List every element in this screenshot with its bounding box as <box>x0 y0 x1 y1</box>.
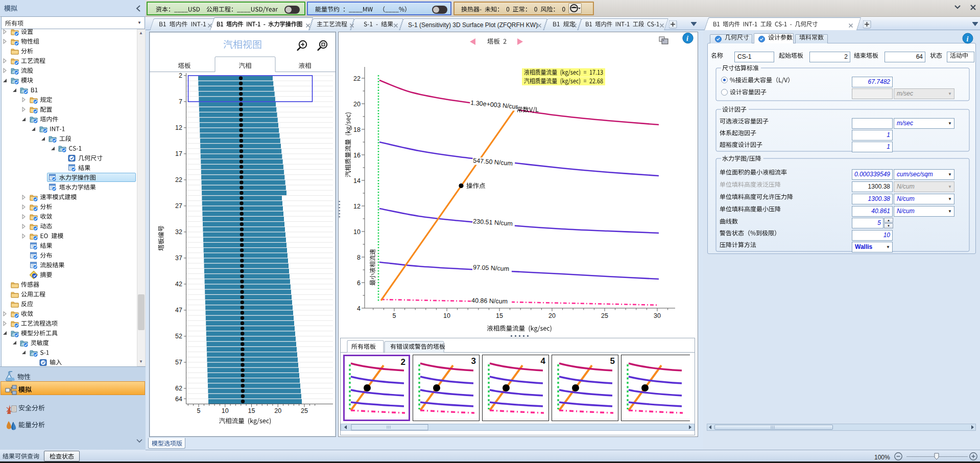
svg-text:40.86 N/cum: 40.86 N/cum <box>471 297 508 305</box>
svg-text:i: i <box>686 35 688 42</box>
svg-text:10: 10 <box>222 407 229 414</box>
svg-text:i: i <box>967 35 969 43</box>
svg-text:5: 5 <box>197 407 201 414</box>
svg-text:30: 30 <box>654 312 661 319</box>
svg-text:20: 20 <box>353 101 361 108</box>
svg-text:12: 12 <box>175 124 182 131</box>
svg-text:14: 14 <box>353 177 361 184</box>
svg-text:4: 4 <box>357 305 361 312</box>
svg-text:2: 2 <box>179 72 182 79</box>
svg-text:230.51 N/cum: 230.51 N/cum <box>473 218 513 227</box>
svg-text:47: 47 <box>175 307 182 314</box>
svg-text:10: 10 <box>443 312 450 319</box>
svg-text:25: 25 <box>601 312 608 319</box>
svg-text:18: 18 <box>353 126 361 133</box>
svg-text:20: 20 <box>548 312 556 319</box>
svg-text:62: 62 <box>175 385 182 392</box>
svg-text:20: 20 <box>274 407 281 414</box>
svg-text:42: 42 <box>175 281 182 288</box>
svg-text:6: 6 <box>357 280 361 287</box>
svg-text:25: 25 <box>301 407 308 414</box>
svg-text:10: 10 <box>353 228 361 236</box>
svg-text:57: 57 <box>175 359 182 366</box>
svg-text:27: 27 <box>175 202 182 210</box>
svg-text:15: 15 <box>496 312 503 319</box>
svg-text:12: 12 <box>353 203 361 210</box>
svg-text:15: 15 <box>248 407 255 414</box>
svg-text:64: 64 <box>175 396 182 403</box>
svg-text:22: 22 <box>175 176 182 183</box>
svg-text:16: 16 <box>353 152 361 159</box>
svg-text:32: 32 <box>175 228 182 236</box>
svg-text:17: 17 <box>175 150 182 157</box>
svg-text:7: 7 <box>179 98 182 105</box>
svg-text:37: 37 <box>175 254 182 262</box>
svg-text:5: 5 <box>393 312 396 319</box>
svg-text:52: 52 <box>175 333 182 340</box>
svg-text:22: 22 <box>353 75 361 82</box>
svg-text:8: 8 <box>357 254 361 261</box>
